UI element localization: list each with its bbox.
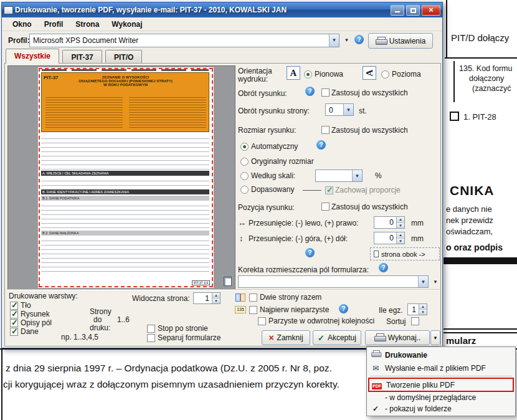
check-icon: ✓ (370, 404, 381, 413)
position-apply-all-checkbox[interactable] (321, 203, 330, 211)
menu-printer-icon (370, 350, 381, 360)
doc-rule-line (453, 61, 455, 102)
copies-help-icon[interactable]: ? (339, 304, 348, 313)
size-apply-all-label: Zastosuj do wszystkich (331, 126, 408, 135)
doc-bottom-text-2: cji korygującej wraz z dołączonym pisemn… (3, 379, 339, 390)
close-button[interactable]: × (422, 5, 440, 16)
doc-small-text: oświadczam, (446, 227, 493, 236)
even-reverse-checkbox[interactable] (258, 317, 266, 325)
menu-item-show-in-folder[interactable]: ✓ - pokazuj w folderze (368, 403, 514, 414)
rotation-apply-all-checkbox[interactable] (321, 88, 330, 97)
tab-pito-label: PIT/O (114, 53, 133, 62)
layer-dane-checkbox[interactable] (10, 328, 18, 336)
visible-page-spinner[interactable]: 1 ▲▼ (193, 292, 221, 304)
copies-spinner[interactable]: 1 ▲▼ (407, 303, 427, 315)
menu-strona[interactable]: Strona (70, 19, 105, 30)
content-panel: PIT-37 ZEZNANIE O WYSOKOŚCI OSIĄGNIĘTEGO… (4, 63, 441, 346)
field-correction-combo[interactable]: ▼ (238, 275, 429, 288)
maximize-icon (410, 8, 416, 13)
menu-okno[interactable]: Okno (7, 19, 37, 30)
menu-profil[interactable]: Profil (39, 19, 69, 30)
page-beside-button[interactable]: strona obok -> (370, 247, 440, 260)
radio-oryginalny[interactable] (240, 158, 249, 166)
preview-header-line (42, 69, 209, 71)
execute-dropdown-button[interactable]: ▼ (430, 330, 440, 345)
radio-automatyczny-label: Automatyczny (251, 142, 298, 151)
profile-combo-arrow-icon[interactable]: ▼ (329, 34, 339, 47)
spin-down-icon[interactable]: ▼ (397, 238, 404, 244)
profile-help-icon[interactable]: ? (354, 35, 364, 44)
sort-checkbox[interactable] (411, 317, 419, 325)
spin-down-icon[interactable]: ▼ (397, 222, 404, 229)
preview-form-rows (41, 135, 209, 169)
minimize-button[interactable] (391, 5, 404, 16)
field-correction-extra-drop-icon[interactable]: ▼ (431, 277, 440, 287)
menu-item-show-in-folder-label: - pokazuj w folderze (385, 404, 452, 413)
stop-after-page-label: Stop po stronie (158, 324, 208, 333)
menu-item-default-browser[interactable]: - w domyślnej przeglądarce (368, 392, 514, 403)
combo-arrow-icon[interactable]: ▼ (418, 276, 428, 287)
separate-forms-checkbox[interactable] (147, 334, 155, 342)
rotation-help-icon[interactable]: ? (305, 87, 315, 96)
tab-wszystkie-label: Wszystkie (14, 52, 50, 60)
two-pages-label: Dwie strony razem (260, 293, 321, 302)
page-beside-help-icon[interactable]: ? (305, 248, 315, 257)
profile-combo[interactable]: Microsoft XPS Document Writer ▼ (29, 34, 339, 47)
pages-hint: np. 1..3,4,5 (61, 333, 98, 341)
tab-wszystkie[interactable]: Wszystkie (6, 49, 59, 64)
spin-down-icon[interactable]: ▼ (419, 309, 427, 315)
menu-item-drukowanie[interactable]: Drukowanie (368, 348, 514, 361)
doc-rule-line (443, 328, 517, 330)
accept-button[interactable]: ✓ Akceptuj (313, 330, 361, 345)
menu-item-default-browser-label: - w domyślnej przeglądarce (385, 393, 476, 402)
close-dialog-button[interactable]: × Zamknij (262, 330, 310, 345)
maximize-button[interactable] (406, 5, 420, 16)
odd-first-checkbox[interactable] (249, 306, 257, 314)
close-x-icon: × (268, 333, 273, 343)
execute-label: Wykonaj.. (388, 333, 421, 342)
vertical-offset-value: 0 (374, 234, 396, 242)
radio-dopasowany[interactable] (240, 186, 249, 194)
tab-pito[interactable]: PIT/O (105, 50, 142, 64)
size-help-icon[interactable]: ? (316, 140, 326, 150)
preview-section-b2: B.2. DANE MAŁŻONKA (41, 231, 209, 236)
pages-label-2: do (93, 315, 102, 324)
scale-combo[interactable]: ▼ (315, 169, 363, 182)
menu-wykonaj[interactable]: Wykonaj (106, 19, 148, 30)
stop-after-page-checkbox[interactable] (147, 325, 155, 333)
titlebar[interactable]: Drukowanie, tworzenie PDF, wysyłanie e-m… (2, 2, 442, 17)
minimize-icon (395, 11, 400, 12)
preview-page-icon[interactable] (224, 277, 232, 286)
vertical-offset-spinner[interactable]: 0 ▲▼ (374, 232, 405, 244)
radio-wedlug-skali[interactable] (240, 172, 249, 180)
spin-up-icon[interactable]: ▲ (419, 304, 427, 309)
combo-arrow-icon[interactable]: ▼ (343, 104, 353, 115)
doc-rule-line (1, 350, 2, 420)
page-rotation-combo[interactable]: 0 ▼ (325, 103, 354, 116)
radio-pionowa[interactable] (304, 70, 312, 79)
spin-up-icon[interactable]: ▲ (397, 232, 404, 238)
execute-button[interactable]: Wykonaj.. (365, 330, 430, 345)
preview-form-rows (41, 237, 209, 275)
tab-pit37[interactable]: PIT-37 (62, 50, 102, 64)
horizontal-offset-spinner[interactable]: 0 ▲▼ (374, 216, 405, 229)
combo-arrow-icon[interactable]: ▼ (352, 170, 362, 181)
profile-drop-icon[interactable]: ▼ (342, 35, 351, 46)
field-correction-help-icon[interactable]: ? (379, 263, 388, 272)
radio-automatyczny[interactable] (240, 143, 249, 151)
size-apply-all-checkbox[interactable] (321, 126, 330, 134)
layer-tlo-label: Tło (21, 301, 31, 310)
radio-pozioma[interactable] (381, 70, 389, 79)
spin-up-icon[interactable]: ▲ (397, 217, 404, 222)
two-pages-checkbox[interactable] (249, 294, 257, 302)
spin-down-icon[interactable]: ▼ (212, 298, 220, 303)
even-reverse-label: Parzyste w odwrotnej kolejności (268, 317, 374, 325)
menu-item-create-pdf[interactable]: PDF Tworzenie pliku PDF (368, 378, 514, 392)
execute-dropdown-icon: ▼ (433, 335, 438, 341)
settings-button[interactable]: Ustawienia (368, 33, 433, 49)
menu-item-email[interactable]: ✉ Wysłanie e-mail z plikiem PDF (368, 361, 514, 375)
doc-checkbox-label: 1. PIT-28 (463, 112, 496, 122)
execute-menu: Drukowanie ✉ Wysłanie e-mail z plikiem P… (366, 346, 516, 416)
spin-up-icon[interactable]: ▲ (212, 293, 220, 298)
preview-area[interactable]: PIT-37 ZEZNANIE O WYSOKOŚCI OSIĄGNIĘTEGO… (7, 65, 235, 290)
